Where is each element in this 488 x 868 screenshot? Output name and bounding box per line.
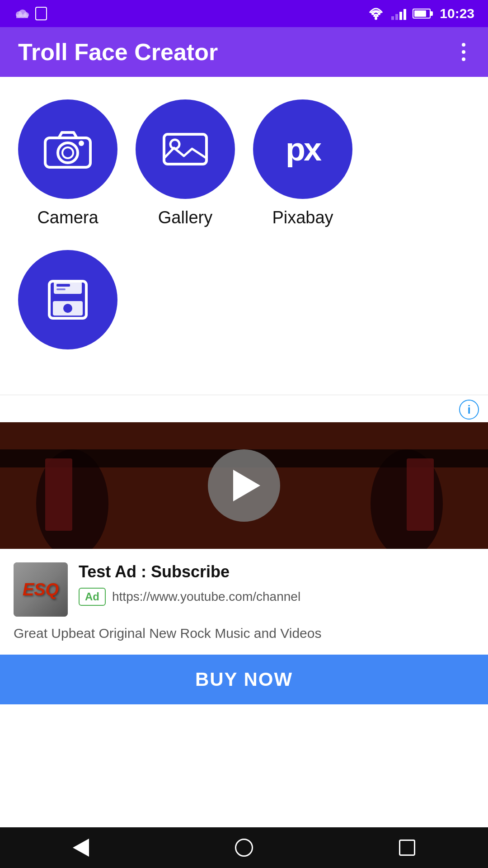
recent-nav-button[interactable]: [381, 835, 433, 860]
ad-top-row: ESQ Test Ad : Subscribe Ad https://www.y…: [14, 562, 474, 617]
ad-text-block: Test Ad : Subscribe Ad https://www.youtu…: [79, 562, 474, 606]
pixabay-icon: px: [286, 131, 320, 168]
cloud-icon: [14, 7, 30, 20]
app-title: Troll Face Creator: [18, 38, 218, 66]
recent-square-icon: [399, 840, 415, 856]
save-icon: [43, 275, 93, 325]
gallery-icon-circle: [136, 99, 235, 199]
main-content: Camera Gallery px Pixabay: [0, 77, 488, 395]
play-triangle-icon: [233, 470, 260, 501]
back-nav-button[interactable]: [55, 834, 107, 861]
bottom-nav: [0, 827, 488, 868]
sim-icon: [35, 7, 47, 20]
status-bar-left: [14, 7, 47, 20]
svg-point-6: [58, 143, 78, 163]
save-icon-circle: [18, 250, 117, 349]
status-bar: 10:23: [0, 0, 488, 27]
ad-info-button[interactable]: i: [459, 400, 479, 420]
ad-video-container[interactable]: [0, 422, 488, 549]
svg-point-7: [62, 147, 73, 158]
pixabay-button[interactable]: px Pixabay: [253, 99, 352, 227]
camera-label: Camera: [37, 208, 98, 227]
app-header: Troll Face Creator: [0, 27, 488, 77]
svg-rect-16: [56, 288, 66, 290]
camera-icon: [43, 129, 93, 170]
icon-grid-row-1: Camera Gallery px Pixabay: [18, 99, 470, 227]
back-arrow-icon: [73, 839, 89, 857]
svg-point-8: [79, 141, 84, 146]
ad-section: i: [0, 395, 488, 704]
ad-details: ESQ Test Ad : Subscribe Ad https://www.y…: [0, 549, 488, 617]
more-options-button[interactable]: [457, 38, 470, 66]
signal-icon: [391, 7, 406, 20]
gallery-button[interactable]: Gallery: [136, 99, 235, 227]
play-button[interactable]: [208, 449, 280, 522]
ad-url-row: Ad https://www.youtube.com/channel: [79, 588, 474, 606]
battery-icon: [413, 9, 431, 19]
gallery-icon: [160, 129, 210, 170]
home-nav-button[interactable]: [217, 834, 271, 861]
svg-rect-21: [45, 458, 72, 531]
ad-thumbnail: ESQ: [14, 562, 68, 617]
wifi-icon: [367, 6, 385, 21]
ad-thumbnail-text: ESQ: [23, 580, 59, 599]
time-display: 10:23: [440, 6, 474, 21]
ad-title: Test Ad : Subscribe: [79, 562, 474, 581]
ad-description: Great Upbeat Original New Rock Music and…: [0, 626, 488, 641]
ad-url: https://www.youtube.com/channel: [112, 590, 300, 604]
status-bar-right: 10:23: [367, 6, 474, 21]
camera-icon-circle: [18, 99, 117, 199]
svg-point-14: [63, 304, 72, 313]
icon-grid-row-2: [18, 250, 470, 359]
ad-badge: Ad: [79, 588, 106, 606]
home-circle-icon: [235, 839, 253, 857]
save-button[interactable]: [18, 250, 117, 359]
svg-point-4: [375, 17, 377, 20]
buy-now-button[interactable]: BUY NOW: [0, 655, 488, 704]
camera-button[interactable]: Camera: [18, 99, 117, 227]
svg-rect-22: [407, 458, 434, 531]
gallery-label: Gallery: [158, 208, 212, 227]
pixabay-icon-circle: px: [253, 99, 352, 199]
svg-rect-3: [16, 14, 28, 18]
svg-rect-15: [56, 284, 70, 287]
svg-rect-12: [54, 281, 82, 294]
pixabay-label: Pixabay: [272, 208, 333, 227]
svg-rect-9: [164, 134, 206, 164]
